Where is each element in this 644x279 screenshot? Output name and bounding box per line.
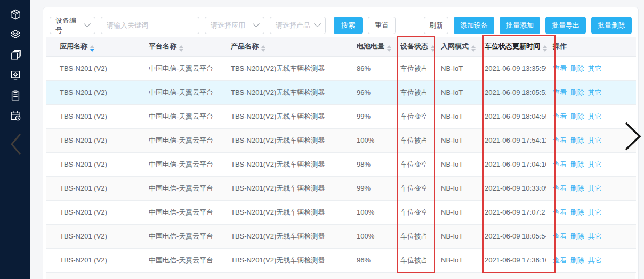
other-link[interactable]: 其它 — [588, 136, 602, 144]
search-field-select[interactable]: 设备编号 — [50, 17, 95, 34]
cell-actions: 查看删除其它 — [546, 80, 636, 104]
sort-caret-icon[interactable] — [90, 45, 94, 52]
next-page-arrow[interactable] — [624, 121, 642, 151]
other-link[interactable]: 其它 — [588, 256, 602, 264]
device-table: 应用名称平台名称产品名称电池电量设备状态入网模式车位状态更新时间操作 TBS-N… — [46, 37, 636, 273]
cell-product-name: TBS-N201(V2)无线车辆检测器 — [222, 128, 342, 152]
column-header[interactable]: 电池电量 — [342, 37, 386, 56]
batch-export-button[interactable]: 批量导出 — [545, 17, 586, 34]
cell-network-mode: NB-IoT — [426, 248, 472, 272]
delete-link[interactable]: 删除 — [570, 208, 584, 216]
column-header-label: 电池电量 — [357, 42, 384, 50]
delete-link[interactable]: 删除 — [570, 232, 584, 240]
cell-product-name: TBS-N201(V2)无线车辆检测器 — [222, 104, 342, 128]
view-link[interactable]: 查看 — [553, 208, 567, 216]
cell-platform-name: 中国电信-天翼云平台 — [140, 56, 222, 80]
cell-platform-name: 中国电信-天翼云平台 — [140, 176, 222, 200]
column-header[interactable]: 应用名称 — [46, 37, 140, 56]
cell-battery-level: 96% — [342, 248, 386, 272]
reset-button[interactable]: 重置 — [368, 17, 396, 34]
cell-actions: 查看删除其它 — [546, 104, 636, 128]
delete-link[interactable]: 删除 — [570, 112, 584, 120]
column-header[interactable]: 设备状态 — [386, 37, 426, 56]
cell-network-mode: NB-IoT — [426, 224, 472, 248]
table-row: TBS-N201 (V2) 中国电信-天翼云平台 TBS-N201(V2)无线车… — [46, 56, 636, 80]
batch-add-button[interactable]: 批量添加 — [500, 17, 540, 34]
cell-app-name: TBS-N201 (V2) — [46, 200, 140, 224]
table-row: TBS-N201 (V2) 中国电信-天翼云平台 TBS-N201(V2)无线车… — [46, 152, 636, 176]
view-link[interactable]: 查看 — [553, 88, 567, 96]
application-select[interactable]: 请选择应用 — [205, 17, 264, 34]
sort-caret-icon[interactable] — [471, 45, 476, 52]
cell-product-name: TBS-N201(V2)无线车辆检测器 — [222, 248, 342, 272]
view-link[interactable]: 查看 — [553, 112, 567, 120]
column-header-label: 入网模式 — [441, 42, 469, 50]
delete-link[interactable]: 删除 — [570, 160, 584, 168]
copies-icon[interactable] — [9, 48, 22, 62]
cube-icon[interactable] — [9, 7, 22, 21]
cell-app-name: TBS-N201 (V2) — [46, 56, 140, 80]
cell-network-mode: NB-IoT — [426, 128, 472, 152]
view-link[interactable]: 查看 — [553, 232, 567, 240]
cell-app-name: TBS-N201 (V2) — [46, 152, 140, 176]
cell-battery-level: 99% — [342, 104, 386, 128]
cell-app-name: TBS-N201 (V2) — [46, 176, 140, 200]
other-link[interactable]: 其它 — [588, 112, 602, 120]
cell-platform-name: 中国电信-天翼云平台 — [140, 200, 222, 224]
other-link[interactable]: 其它 — [588, 208, 602, 216]
sidebar-collapse-chevron-icon[interactable] — [9, 132, 22, 159]
table-row: TBS-N201 (V2) 中国电信-天翼云平台 TBS-N201(V2)无线车… — [46, 128, 636, 152]
cell-actions: 查看删除其它 — [546, 176, 636, 200]
other-link[interactable]: 其它 — [588, 160, 602, 168]
cell-update-time: 2021-06-09 13:35:59 — [472, 56, 546, 80]
delete-link[interactable]: 删除 — [570, 256, 584, 264]
sort-caret-icon[interactable] — [261, 45, 265, 52]
layers-icon[interactable] — [9, 28, 22, 42]
cell-actions: 查看删除其它 — [546, 200, 636, 224]
other-link[interactable]: 其它 — [588, 64, 602, 72]
cell-actions: 查看删除其它 — [546, 248, 636, 272]
delete-link[interactable]: 删除 — [570, 64, 584, 72]
cell-actions: 查看删除其它 — [546, 56, 636, 80]
add-device-button[interactable]: 添加设备 — [454, 17, 494, 34]
product-select[interactable]: 请选择产品 — [270, 17, 326, 34]
cell-update-time: 2021-06-09 18:05:51 — [472, 80, 546, 104]
clipboard-icon[interactable] — [9, 88, 22, 102]
other-link[interactable]: 其它 — [588, 184, 602, 192]
cell-update-time: 2021-06-09 18:04:55 — [472, 104, 546, 128]
cell-battery-level: 99% — [342, 176, 386, 200]
view-link[interactable]: 查看 — [553, 184, 567, 192]
view-link[interactable]: 查看 — [553, 160, 567, 168]
view-link[interactable]: 查看 — [553, 136, 567, 144]
table-row: TBS-N201 (V2) 中国电信-天翼云平台 TBS-N201(V2)无线车… — [46, 200, 636, 224]
cell-update-time: 2021-06-09 10:33:09 — [472, 176, 546, 200]
view-link[interactable]: 查看 — [553, 64, 567, 72]
column-header[interactable]: 产品名称 — [222, 37, 342, 56]
sort-caret-icon[interactable] — [387, 45, 391, 52]
sidebar — [0, 0, 30, 279]
partial-next-row — [46, 273, 635, 279]
cell-network-mode: NB-IoT — [426, 56, 472, 80]
calendar-clock-icon[interactable] — [9, 109, 22, 122]
chevron-down-icon — [253, 20, 260, 27]
sort-caret-icon[interactable] — [543, 45, 547, 52]
cell-update-time: 2021-06-09 18:05:54 — [472, 224, 546, 248]
view-link[interactable]: 查看 — [553, 256, 567, 264]
refresh-button[interactable]: 刷新 — [424, 17, 448, 34]
sort-caret-icon[interactable] — [179, 45, 183, 52]
cell-network-mode: NB-IoT — [426, 104, 472, 128]
other-link[interactable]: 其它 — [588, 88, 602, 96]
other-link[interactable]: 其它 — [588, 232, 602, 240]
keyword-input[interactable] — [107, 21, 194, 29]
delete-link[interactable]: 删除 — [570, 184, 584, 192]
sort-caret-icon[interactable] — [431, 45, 435, 52]
delete-link[interactable]: 删除 — [570, 88, 584, 96]
column-header[interactable]: 平台名称 — [140, 37, 222, 56]
batch-delete-button[interactable]: 批量删除 — [591, 17, 632, 34]
column-header[interactable]: 车位状态更新时间 — [472, 37, 546, 56]
cell-update-time: 2021-06-09 17:04:10 — [472, 152, 546, 176]
search-button[interactable]: 搜索 — [334, 17, 363, 34]
delete-link[interactable]: 删除 — [570, 136, 584, 144]
search-field-value: 设备编号 — [55, 16, 80, 35]
monitor-gear-icon[interactable] — [9, 68, 22, 82]
